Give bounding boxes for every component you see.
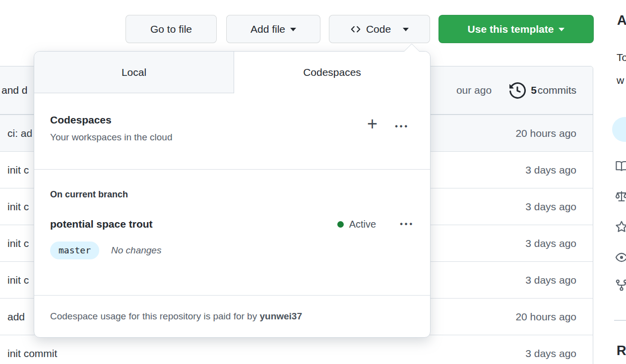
commits-count: 5 <box>531 84 537 96</box>
commits-word: commits <box>538 84 576 96</box>
row-time: 3 days ago <box>525 348 576 360</box>
new-codespace-button[interactable]: + <box>367 115 377 133</box>
usage-text: Codespace usage for this repository is p… <box>50 311 259 321</box>
about-description-fragment: w <box>617 74 624 86</box>
code-icon <box>350 24 361 35</box>
book-icon[interactable] <box>615 160 626 173</box>
codespaces-subtitle: Your workspaces in the cloud <box>50 132 414 143</box>
chevron-down-icon <box>559 28 564 34</box>
row-time: 3 days ago <box>525 274 576 286</box>
code-label: Code <box>366 23 391 35</box>
tab-codespaces[interactable]: Codespaces <box>234 52 430 93</box>
tab-local[interactable]: Local <box>34 52 234 93</box>
code-dropdown-tabs: Local Codespaces <box>34 52 430 93</box>
about-heading-fragment: A <box>617 13 626 28</box>
releases-heading-fragment: R <box>617 343 626 359</box>
row-time: 3 days ago <box>525 238 576 249</box>
on-current-branch-label: On current branch <box>50 189 414 200</box>
use-this-template-button[interactable]: Use this template <box>438 15 594 43</box>
usage-owner: yunwei37 <box>259 311 302 321</box>
code-button[interactable]: Code <box>329 15 430 43</box>
go-to-file-label: Go to file <box>150 23 192 35</box>
row-commit-message[interactable]: init c <box>7 238 29 249</box>
codespace-name-link[interactable]: potential space trout <box>50 218 337 230</box>
code-dropdown: Local Codespaces Codespaces Your workspa… <box>34 51 431 338</box>
no-changes-label: No changes <box>111 245 161 256</box>
row-time: 20 hours ago <box>515 311 576 323</box>
row-commit-message[interactable]: add <box>7 311 25 323</box>
row-commit-message[interactable]: init c <box>7 274 29 286</box>
row-time: 3 days ago <box>525 201 576 213</box>
use-this-template-label: Use this template <box>468 23 554 35</box>
codespaces-options-kebab-icon[interactable]: ••• <box>395 122 409 131</box>
topic-tag-fragment[interactable] <box>612 117 626 142</box>
codespace-options-kebab-icon[interactable]: ••• <box>400 220 414 229</box>
chevron-down-icon <box>403 28 409 34</box>
history-icon <box>509 82 526 99</box>
row-time: 20 hours ago <box>515 127 576 139</box>
current-branch-section: On current branch potential space trout … <box>34 170 430 295</box>
row-commit-message[interactable]: ci: ad <box>7 127 32 139</box>
add-file-label: Add file <box>250 23 285 35</box>
fork-icon[interactable] <box>615 279 626 292</box>
codespaces-title: Codespaces <box>50 114 414 126</box>
chevron-down-icon <box>290 28 296 34</box>
status-badge: Active <box>337 219 376 230</box>
file-row[interactable]: init commit 3 days ago <box>0 335 593 364</box>
go-to-file-button[interactable]: Go to file <box>125 15 217 43</box>
codespace-usage-footer: Codespace usage for this repository is p… <box>34 295 430 337</box>
branch-badge: master <box>50 242 99 259</box>
add-file-button[interactable]: Add file <box>226 15 320 43</box>
about-description-fragment: To <box>617 52 626 63</box>
star-icon[interactable] <box>615 220 626 233</box>
commits-link[interactable]: 5commits <box>531 84 576 96</box>
row-commit-message[interactable]: init c <box>7 164 29 176</box>
row-commit-message[interactable]: init c <box>7 201 29 213</box>
commit-message-fragment: and d <box>1 84 28 96</box>
active-status-dot-icon <box>337 221 344 228</box>
law-icon[interactable] <box>615 190 626 203</box>
eye-icon[interactable] <box>615 251 626 264</box>
row-time: 3 days ago <box>525 164 576 176</box>
sidebar-divider <box>614 320 626 321</box>
row-commit-message[interactable]: init commit <box>7 348 57 360</box>
commit-time-fragment: our ago <box>456 84 492 96</box>
status-label: Active <box>349 219 376 230</box>
codespaces-header-section: Codespaces Your workspaces in the cloud … <box>34 93 430 170</box>
